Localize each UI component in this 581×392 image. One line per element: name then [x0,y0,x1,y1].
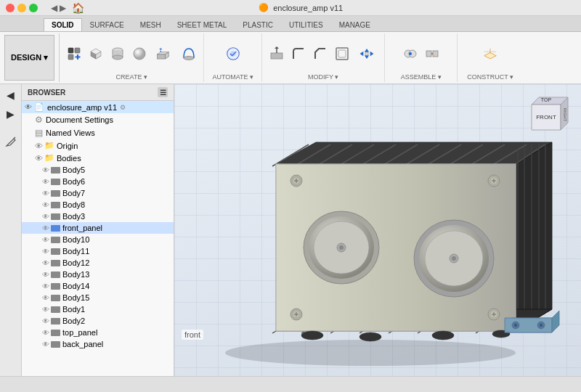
back-panel-label: back_panel [62,340,103,348]
tree-item-body6[interactable]: 👁 Body6 [22,176,174,187]
move-icon[interactable] [354,44,380,64]
tree-item-body5[interactable]: 👁 Body5 [22,164,174,176]
shell-icon[interactable] [332,44,352,64]
cylinder-icon[interactable] [107,44,128,64]
ribbon-group-automate: AUTOMATE ▾ [204,33,262,82]
close-button[interactable] [6,4,15,12]
tab-solid[interactable]: SOLID [44,18,82,31]
construct-icons [476,35,504,72]
tab-mesh[interactable]: MESH [132,18,169,31]
tab-plastic[interactable]: PLASTIC [235,18,281,31]
body15-icon [51,295,60,301]
plane-icon[interactable] [476,40,504,68]
chamfer-icon[interactable] [310,44,330,64]
eye-bodies: 👁 [35,154,43,163]
tab-sheet-metal[interactable]: SHEET METAL [169,18,235,31]
svg-point-100 [339,245,344,250]
origin-label: Origin [57,142,78,150]
settings-icon: ⚙ [35,115,43,125]
named-views-label: Named Views [46,128,95,137]
tree-item-front-panel[interactable]: 👁 front_panel [22,222,174,234]
design-dropdown[interactable]: DESIGN ▾ [4,35,54,81]
svg-rect-36 [426,51,431,57]
fillet-icon[interactable] [288,44,309,64]
tree-item-back-panel[interactable]: 👁 back_panel [22,338,174,350]
tree-item-body11[interactable]: 👁 Body11 [22,245,174,257]
svg-point-105 [452,256,456,261]
small-part [501,289,566,347]
tree-item-body7[interactable]: 👁 Body7 [22,187,174,199]
svg-point-115 [514,324,517,327]
svg-rect-26 [336,48,348,60]
new-component-icon[interactable] [64,44,84,64]
tree-item-named-views[interactable]: ▤ Named Views [22,126,174,139]
doc-settings-label: Document Settings [46,115,113,124]
svg-point-32 [365,52,369,55]
svg-marker-39 [484,52,497,58]
body12-label: Body12 [62,258,89,267]
browser-header: BROWSER ☰ [22,84,174,101]
revolve-icon[interactable] [179,44,199,64]
press-pull-icon[interactable] [267,44,287,64]
tree-item-body13[interactable]: 👁 Body13 [22,269,174,280]
tree-item-bodies[interactable]: 👁 📁 Bodies [22,152,174,164]
tree-item-top-panel[interactable]: 👁 top_panel [22,327,174,338]
extrude-icon[interactable] [151,44,177,64]
tab-manage[interactable]: MANAGE [331,18,378,31]
views-icon: ▤ [35,128,43,138]
ribbon-toolbar: DESIGN ▾ [0,32,581,84]
tree-item-doc-settings[interactable]: ⚙ Document Settings [22,113,174,126]
settings-dot: ⚙ [120,104,126,111]
svg-marker-50 [276,142,552,164]
document-label: enclosure_amp v11 [47,103,117,112]
svg-point-35 [409,52,412,55]
back-button[interactable]: ◀ [3,87,19,103]
viewport[interactable]: front FRONT TOP RIGHT [174,84,581,376]
svg-point-106 [301,331,323,340]
browser-menu-button[interactable]: ☰ [158,87,168,97]
tree-item-body15[interactable]: 👁 Body15 [22,292,174,303]
joint-icon[interactable] [400,44,420,64]
forward-button[interactable]: ▶ [3,106,19,122]
top-panel-icon [51,330,60,336]
tree-item-body1[interactable]: 👁 Body1 [22,303,174,315]
design-label: DESIGN ▾ [11,53,48,62]
as-built-joint-icon[interactable] [422,44,442,64]
eye-body8: 👁 [42,201,49,209]
box-icon[interactable] [86,44,106,64]
svg-point-116 [540,324,543,327]
tab-utilities[interactable]: UTILITIES [281,18,331,31]
statusbar [0,376,581,392]
sphere-icon[interactable] [129,44,150,64]
body5-label: Body5 [62,166,85,174]
tree-item-body12[interactable]: 👁 Body12 [22,257,174,269]
eye-top-panel: 👁 [42,329,49,337]
sketch-icon[interactable] [3,134,19,150]
tree-item-body14[interactable]: 👁 Body14 [22,280,174,292]
modify-label: MODIFY ▾ [308,72,338,81]
maximize-button[interactable] [29,4,38,12]
folder-icon-origin: 📁 [44,141,54,150]
tab-surface[interactable]: SURFACE [82,18,132,31]
eye-body11: 👁 [42,248,49,256]
minimize-button[interactable] [17,4,26,12]
body1-label: Body1 [62,305,85,314]
eye-front-panel: 👁 [42,224,49,232]
tree-item-body3[interactable]: 👁 Body3 [22,211,174,222]
tree-item-body2[interactable]: 👁 Body2 [22,315,174,327]
tree-item-document[interactable]: 👁 📄 enclosure_amp v11 ⚙ [22,101,174,113]
titlebar: ◀ ▶ 🏠 🟠 enclosure_amp v11 [0,0,581,16]
automate-icon[interactable] [219,39,248,68]
tree-item-origin[interactable]: 👁 📁 Origin [22,139,174,152]
browser-tree: 👁 📄 enclosure_amp v11 ⚙ ⚙ Document Setti… [22,101,174,376]
automate-icons [219,35,248,72]
svg-marker-19 [159,48,163,49]
tree-item-body10[interactable]: 👁 Body10 [22,234,174,245]
svg-marker-25 [275,46,279,49]
svg-marker-28 [365,48,369,52]
svg-rect-23 [271,53,283,59]
eye-body2: 👁 [42,317,49,325]
body13-label: Body13 [62,270,89,279]
tree-item-body8[interactable]: 👁 Body8 [22,199,174,211]
body10-label: Body10 [62,235,89,244]
